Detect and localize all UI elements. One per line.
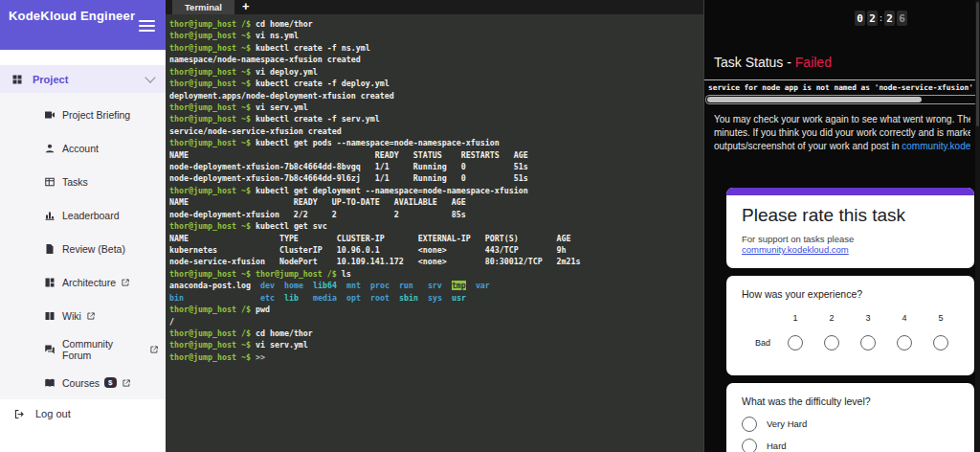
sidebar-item-label: Courses: [62, 377, 100, 389]
countdown-timer: 02:26: [854, 11, 908, 26]
sidebar: KodeKloud Engineer Project Project Brief…: [0, 0, 166, 452]
leaderboard-icon: [44, 210, 56, 221]
terminal-line: bin etc lib media opt root sbin sys usr: [169, 292, 703, 304]
experience-radio-4[interactable]: [897, 335, 912, 350]
scrollbar-thumb[interactable]: [976, 2, 979, 126]
sidebar-item-account[interactable]: Account: [0, 131, 166, 165]
terminal-line: thor@jump_host /$ cd home/thor: [169, 18, 703, 30]
support-text: For support on tasks please: [742, 234, 854, 244]
status-note: You may check your work again to see wha…: [704, 113, 980, 153]
note-text: outputs/screenshot of your work and post…: [714, 141, 902, 151]
scrollbar-thumb[interactable]: [707, 97, 922, 102]
scale-column: 5: [923, 313, 959, 350]
terminal-line: NAME READY STATUS RESTARTS AGE: [169, 149, 703, 161]
external-link-icon: [122, 378, 131, 388]
terminal-line: /: [169, 316, 703, 328]
new-tab-button[interactable]: +: [234, 0, 257, 14]
wiki-icon: [44, 310, 56, 322]
external-link-icon: [121, 278, 130, 287]
logout-label: Log out: [35, 408, 71, 419]
grid-icon: [11, 74, 23, 85]
terminal-tab-bar: Terminal +: [166, 0, 703, 14]
terminal-line: node-service-xfusion NodePort 10.109.141…: [169, 256, 703, 267]
terminal-line: thor@jump_host ~$ kubectl create -f serv…: [169, 113, 703, 124]
sidebar-item-label: Architecture: [62, 277, 116, 288]
terminal-line: node-deployment-xfusion 2/2 2 2 85s: [169, 209, 703, 220]
terminal-line: thor@jump_host ~$ vi deploy.yml: [169, 66, 703, 78]
timer-digit: 2: [867, 11, 878, 26]
experience-scale: Bad 12345: [742, 313, 959, 350]
sidebar-item-review-beta[interactable]: Review (Beta): [0, 232, 166, 265]
terminal-line: thor@jump_host ~$ >>: [169, 351, 703, 363]
sidebar-item-label: Project: [33, 74, 146, 85]
sidebar-item-community-forum[interactable]: Community Forum: [0, 332, 166, 366]
experience-card: How was your experience? Bad 12345: [726, 276, 974, 375]
sidebar-item-tasks[interactable]: Tasks: [0, 165, 166, 198]
note-line: minutes. If you think you did your work …: [714, 126, 970, 140]
sidebar-item-architecture[interactable]: Architecture: [0, 265, 166, 299]
timer-digit: 6: [897, 11, 907, 26]
difficulty-label: Hard: [767, 441, 787, 451]
account-icon: [44, 143, 56, 154]
scale-column: 2: [813, 313, 850, 350]
logout-button[interactable]: Log out: [0, 401, 166, 426]
terminal-line: service/node-service-xfusion created: [169, 125, 703, 137]
card-accent-bar: [726, 188, 974, 195]
sidebar-header: KodeKloud Engineer: [0, 0, 166, 50]
scale-number: 2: [829, 313, 834, 323]
task-status-line: Task Status - Failed: [704, 55, 980, 70]
sidebar-item-wiki[interactable]: Wiki: [0, 299, 166, 332]
note-line: outputs/screenshot of your work and post…: [714, 140, 970, 153]
difficulty-option-hard[interactable]: Hard: [742, 435, 959, 452]
horizontal-scrollbar[interactable]: [705, 95, 979, 104]
vertical-scrollbar[interactable]: [975, 0, 980, 452]
menu-icon[interactable]: [139, 20, 155, 34]
sidebar-item-label: Review (Beta): [62, 243, 125, 255]
experience-radio-2[interactable]: [824, 335, 839, 350]
scale-number: 1: [792, 313, 797, 323]
external-link-icon: [86, 311, 96, 321]
terminal-output[interactable]: thor@jump_host /$ cd home/thorthor@jump_…: [166, 14, 703, 363]
scale-column: 3: [850, 313, 886, 350]
scale-number: 5: [938, 313, 943, 323]
terminal-line: deployment.apps/node-deployment-xfusion …: [169, 90, 703, 102]
terminal-panel: Terminal + thor@jump_host /$ cd home/tho…: [166, 0, 703, 452]
community-link[interactable]: community.kodekloud.com: [902, 141, 970, 151]
sidebar-item-courses[interactable]: Courses$: [0, 366, 166, 399]
sidebar-submenu: Project BriefingAccountTasksLeaderboardR…: [0, 93, 166, 399]
difficulty-question: What was the difficulty level?: [742, 396, 959, 407]
logout-icon: [13, 408, 26, 420]
difficulty-option-very-hard[interactable]: Very Hard: [742, 413, 959, 435]
sidebar-item-project[interactable]: Project: [0, 65, 166, 93]
timer-digit: 2: [884, 11, 895, 26]
sidebar-item-leaderboard[interactable]: Leaderboard: [0, 198, 166, 232]
experience-question: How was your experience?: [742, 288, 959, 300]
app-title: KodeKloud Engineer: [9, 9, 135, 23]
scale-columns: 12345: [777, 313, 959, 350]
scale-column: 4: [886, 313, 923, 350]
dollar-badge: $: [104, 377, 116, 388]
difficulty-radio[interactable]: [742, 417, 757, 432]
terminal-line: thor@jump_host ~$ vi serv.yml: [169, 102, 703, 113]
note-line: You may check your work again to see wha…: [714, 113, 970, 126]
sidebar-item-label: Account: [62, 143, 99, 154]
sidebar-item-project-briefing[interactable]: Project Briefing: [0, 98, 166, 131]
task-status-value: Failed: [795, 55, 832, 70]
terminal-line: thor@jump_host /$ cd home/thor: [169, 328, 703, 339]
architecture-icon: [44, 277, 56, 288]
terminal-line: thor@jump_host ~$ thor@jump_host /$ ls: [169, 268, 703, 280]
sidebar-item-label: Tasks: [62, 176, 88, 188]
terminal-line: thor@jump_host ~$ kubectl get deployment…: [169, 185, 703, 196]
difficulty-radio[interactable]: [742, 439, 757, 452]
terminal-line: NAME READY UP-TO-DATE AVAILABLE AGE: [169, 196, 703, 208]
rate-card-title: Please rate this task: [742, 205, 959, 226]
scale-low-label: Bad: [742, 313, 777, 350]
experience-radio-1[interactable]: [788, 335, 803, 350]
experience-radio-5[interactable]: [933, 335, 948, 350]
support-link[interactable]: community.kodekloud.com: [742, 244, 849, 255]
experience-radio-3[interactable]: [860, 335, 876, 350]
terminal-tab[interactable]: Terminal: [172, 0, 234, 14]
terminal-line: namespace/node-namespace-xfusion created: [169, 54, 703, 65]
task-status-label: Task Status -: [714, 55, 795, 70]
chevron-down-icon: [145, 72, 155, 82]
